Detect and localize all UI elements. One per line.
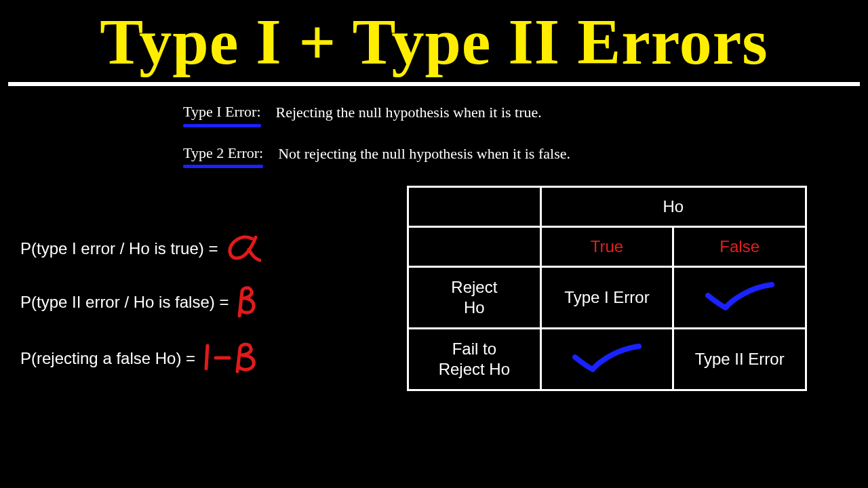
page-title: Type I + Type II Errors	[0, 0, 868, 79]
check-icon	[570, 342, 644, 372]
definition-label-type2: Type 2 Error:	[183, 144, 263, 167]
definition-text-type2: Not rejecting the null hypothesis when i…	[278, 144, 570, 164]
alpha-symbol-icon	[224, 235, 261, 263]
row-reject-line2: Ho	[464, 298, 485, 317]
prob-row-alpha: P(type I error / Ho is true) =	[20, 235, 387, 263]
definitions-block: Type I Error: Rejecting the null hypothe…	[183, 102, 868, 167]
cell-type2-error: Type II Error	[673, 329, 806, 390]
cell-fail-true-correct	[540, 329, 673, 390]
prob-row-beta: P(type II error / Ho is false) =	[20, 286, 387, 319]
one-minus-beta-symbol-icon	[202, 342, 263, 375]
table-row-reject: Reject Ho	[408, 267, 541, 329]
prob-text-beta: P(type II error / Ho is false) =	[20, 293, 229, 312]
table-row-fail: Fail to Reject Ho	[408, 329, 541, 390]
cell-reject-false-correct	[673, 267, 806, 329]
table-corner-empty	[408, 187, 541, 227]
definition-row-type2: Type 2 Error: Not rejecting the null hyp…	[183, 144, 868, 167]
prob-text-alpha: P(type I error / Ho is true) =	[20, 239, 218, 258]
definition-row-type1: Type I Error: Rejecting the null hypothe…	[183, 102, 868, 126]
prob-row-power: P(rejecting a false Ho) =	[20, 342, 387, 375]
table-col-false: False	[673, 227, 806, 267]
row-fail-line2: Reject Ho	[439, 360, 510, 378]
cell-type1-error: Type I Error	[540, 267, 673, 329]
error-table: Ho True False Reject Ho Type I Error	[407, 186, 807, 391]
beta-symbol-icon	[235, 286, 258, 319]
prob-text-power: P(rejecting a false Ho) =	[20, 349, 195, 368]
probability-equations: P(type I error / Ho is true) = P(type II…	[20, 235, 387, 399]
row-fail-line1: Fail to	[452, 340, 496, 358]
table-subcorner-empty	[408, 227, 541, 267]
title-divider	[8, 82, 860, 86]
definition-label-type1: Type I Error:	[183, 102, 261, 126]
table-header-ho: Ho	[540, 187, 806, 227]
definition-text-type1: Rejecting the null hypothesis when it is…	[276, 102, 542, 123]
check-icon	[703, 281, 777, 310]
row-reject-line1: Reject	[451, 278, 497, 296]
table-col-true: True	[540, 227, 673, 267]
